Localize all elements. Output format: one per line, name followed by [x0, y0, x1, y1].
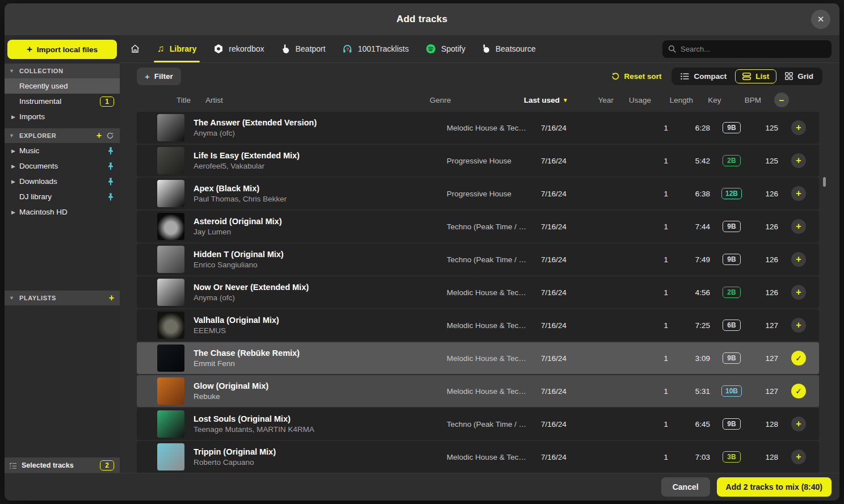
track-title: Life Is Easy (Extended Mix): [194, 151, 438, 160]
column-header-usage[interactable]: Usage: [623, 96, 651, 104]
tab-beatsource[interactable]: Beatsource: [481, 35, 537, 62]
track-row[interactable]: Apex (Black Mix) Paul Thomas, Chris Bekk…: [137, 178, 819, 209]
selected-tracks-row[interactable]: Selected tracks 2: [5, 457, 120, 473]
sidebar-item-instrumental[interactable]: Instrumental 1: [5, 94, 120, 109]
explorer-section-header[interactable]: ▼ EXPLORER +: [5, 128, 120, 143]
column-header-artist[interactable]: Artist: [205, 96, 223, 104]
album-art: [157, 246, 184, 273]
tab-rekordbox[interactable]: rekordbox: [212, 35, 265, 62]
remove-all-button[interactable]: −: [774, 93, 789, 107]
source-tabbar: ♫ Library rekordbox Beatport: [120, 35, 839, 63]
track-row[interactable]: Asteroid (Original Mix) Jay Lumen Techno…: [137, 211, 819, 242]
chevron-down-icon: ▼: [9, 295, 15, 301]
track-title: Now Or Never (Extended Mix): [194, 283, 438, 292]
track-row[interactable]: Hidden T (Original Mix) Enrico Sangiulia…: [137, 243, 819, 275]
album-art: [157, 377, 184, 405]
track-row[interactable]: Glow (Original Mix) Rebuke Melodic House…: [137, 375, 819, 407]
reset-sort-button[interactable]: Reset sort: [611, 72, 661, 81]
track-key-badge: 2B: [723, 155, 741, 166]
column-header-length[interactable]: Length: [660, 96, 693, 104]
track-row[interactable]: Now Or Never (Extended Mix) Anyma (ofc) …: [137, 276, 819, 308]
track-bpm: 125: [753, 124, 778, 132]
scrollbar-thumb[interactable]: [823, 177, 826, 187]
track-length: 7:25: [677, 321, 710, 330]
sidebar-item-macintosh-hd[interactable]: ▶ Macintosh HD: [5, 204, 120, 220]
sidebar-item-music[interactable]: ▶ Music: [5, 143, 120, 158]
add-track-toggle[interactable]: +: [791, 417, 806, 431]
cancel-button[interactable]: Cancel: [661, 477, 710, 497]
sidebar-item-dj-library[interactable]: DJ library: [5, 189, 120, 204]
track-key-badge: 9B: [723, 418, 741, 430]
track-length: 3:09: [677, 354, 710, 363]
column-header-key[interactable]: Key: [702, 96, 727, 104]
grid-view-icon: [785, 72, 793, 80]
add-track-toggle[interactable]: +: [791, 120, 806, 135]
add-track-toggle[interactable]: +: [791, 450, 806, 464]
track-row[interactable]: Life Is Easy (Extended Mix) Aerofeel5, V…: [137, 145, 819, 177]
column-header-last-used[interactable]: Last used ▼: [524, 96, 576, 104]
view-compact-button[interactable]: Compact: [673, 69, 734, 83]
selected-count-badge: 2: [100, 460, 114, 471]
column-header-bpm[interactable]: BPM: [736, 96, 761, 104]
column-header-year[interactable]: Year: [585, 96, 614, 104]
collection-section-header[interactable]: ▼ COLLECTION: [5, 64, 120, 78]
count-badge: 1: [100, 96, 114, 107]
pin-icon[interactable]: [107, 193, 114, 201]
track-artist: Enrico Sangiuliano: [194, 261, 438, 269]
sidebar-item-recently-used[interactable]: Recently used: [5, 78, 120, 94]
chevron-down-icon: ▼: [9, 133, 15, 138]
column-header-title[interactable]: Title: [177, 96, 191, 104]
add-tracks-button[interactable]: Add 2 tracks to mix (8:40): [717, 477, 832, 497]
tab-home[interactable]: [129, 35, 141, 62]
add-folder-icon[interactable]: +: [96, 131, 102, 141]
sidebar-item-downloads[interactable]: ▶ Downloads: [5, 174, 120, 189]
track-genre: Melodic House & Tec…: [447, 354, 532, 363]
track-row[interactable]: The Chase (Rebūke Remix) Emmit Fenn Melo…: [137, 342, 819, 374]
rekordbox-icon: [213, 44, 224, 54]
pin-icon[interactable]: [107, 147, 114, 155]
add-track-toggle[interactable]: ✓: [791, 384, 806, 398]
track-key-badge: 2B: [723, 287, 741, 298]
track-row[interactable]: Trippin (Original Mix) Roberto Capuano M…: [137, 441, 819, 473]
track-usage: 1: [640, 157, 668, 165]
track-length: 6:38: [677, 190, 710, 198]
search-input[interactable]: [681, 45, 826, 53]
import-local-files-button[interactable]: + Import local files: [7, 40, 117, 59]
pin-icon[interactable]: [107, 162, 114, 170]
view-grid-button[interactable]: Grid: [778, 69, 821, 83]
track-last-used: 7/16/24: [541, 453, 593, 461]
add-playlist-icon[interactable]: +: [109, 293, 114, 303]
add-track-toggle[interactable]: +: [791, 285, 806, 300]
add-track-toggle[interactable]: +: [791, 252, 806, 267]
pin-icon[interactable]: [107, 178, 114, 186]
refresh-icon[interactable]: [106, 132, 114, 140]
track-artist: Rebuke: [194, 392, 438, 401]
tab-spotify[interactable]: Spotify: [425, 35, 467, 62]
track-bpm: 126: [753, 255, 778, 264]
filter-button[interactable]: + Filter: [137, 68, 181, 85]
add-track-toggle[interactable]: +: [791, 186, 806, 201]
tab-beatport[interactable]: Beatport: [280, 35, 326, 62]
search-box[interactable]: [662, 40, 832, 58]
close-icon[interactable]: ✕: [811, 10, 830, 29]
track-artist: Emmit Fenn: [194, 359, 438, 368]
track-length: 4:56: [677, 288, 710, 297]
column-header-genre[interactable]: Genre: [430, 96, 515, 104]
track-row[interactable]: Lost Souls (Original Mix) Teenage Mutant…: [137, 408, 819, 440]
sidebar-item-documents[interactable]: ▶ Documents: [5, 158, 120, 174]
playlists-section-header[interactable]: ▼ PLAYLISTS +: [5, 291, 120, 305]
track-usage: 1: [640, 321, 668, 330]
sidebar-item-imports[interactable]: ▶ Imports: [5, 109, 120, 124]
add-track-toggle[interactable]: ✓: [791, 351, 806, 366]
view-list-button[interactable]: List: [735, 69, 776, 83]
album-art: [157, 147, 184, 174]
chevron-right-icon: ▶: [11, 179, 15, 184]
track-row[interactable]: The Answer (Extended Version) Anyma (ofc…: [137, 112, 819, 144]
tab-1001tracklists[interactable]: ? 1001Tracklists: [341, 35, 410, 62]
track-last-used: 7/16/24: [541, 124, 593, 132]
add-track-toggle[interactable]: +: [791, 153, 806, 168]
add-track-toggle[interactable]: +: [791, 219, 806, 234]
add-track-toggle[interactable]: +: [791, 318, 806, 333]
tab-library[interactable]: ♫ Library: [156, 35, 198, 62]
track-row[interactable]: Valhalla (Original Mix) EEEMUS Melodic H…: [137, 309, 819, 341]
